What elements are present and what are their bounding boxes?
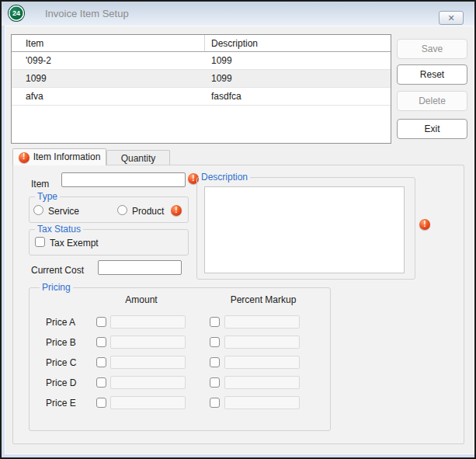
cell-item: 1099 bbox=[12, 70, 205, 87]
cell-item: '099-2 bbox=[12, 52, 205, 69]
amount-column-header: Amount bbox=[125, 294, 157, 305]
cell-description: 1099 bbox=[205, 52, 391, 69]
price-d-amount-input[interactable] bbox=[110, 376, 186, 389]
description-input[interactable] bbox=[204, 186, 405, 273]
percent-markup-column-header: Percent Markup bbox=[231, 294, 297, 305]
tab-quantity-pricing[interactable]: Quantity Pricing bbox=[106, 150, 170, 165]
cell-item: afva bbox=[12, 88, 205, 105]
price-a-amount-input[interactable] bbox=[110, 315, 186, 329]
price-b-amount-checkbox[interactable] bbox=[96, 337, 106, 347]
tab-label: Item Information bbox=[33, 149, 101, 165]
table-header: Item Description bbox=[12, 35, 391, 52]
column-header-description[interactable]: Description bbox=[205, 35, 391, 51]
price-b-amount-input[interactable] bbox=[110, 336, 186, 349]
price-d-label: Price D bbox=[46, 377, 76, 388]
table-row[interactable]: '099-2 1099 bbox=[12, 52, 391, 70]
item-list-table: Item Description '099-2 1099 1099 1099 a… bbox=[11, 34, 391, 144]
item-input[interactable] bbox=[61, 172, 186, 187]
price-a-amount-checkbox[interactable] bbox=[96, 317, 106, 327]
current-cost-label: Current Cost bbox=[31, 265, 84, 276]
cell-description: 1099 bbox=[205, 70, 391, 87]
product-radio-label[interactable]: Product bbox=[132, 206, 164, 217]
tax-status-label: Tax Status bbox=[35, 224, 83, 235]
app-logo-icon: 24 bbox=[9, 5, 24, 21]
window-title: Invoice Item Setup bbox=[45, 8, 129, 19]
delete-button[interactable]: Delete bbox=[397, 91, 467, 111]
price-e-markup-checkbox[interactable] bbox=[210, 398, 220, 408]
column-header-item[interactable]: Item bbox=[12, 35, 205, 51]
table-row[interactable]: afva fasdfca bbox=[12, 88, 391, 106]
exit-button[interactable]: Exit bbox=[397, 119, 467, 139]
description-groupbox bbox=[196, 177, 415, 280]
price-a-markup-input[interactable] bbox=[224, 315, 300, 329]
save-button[interactable]: Save bbox=[397, 39, 467, 59]
price-d-amount-checkbox[interactable] bbox=[96, 377, 106, 388]
item-label: Item bbox=[31, 179, 49, 190]
price-c-markup-input[interactable] bbox=[224, 356, 300, 369]
type-label: Type bbox=[35, 191, 60, 202]
item-information-panel: Item Description Type Service Product Ta… bbox=[12, 165, 464, 444]
error-icon bbox=[19, 152, 30, 163]
price-c-label: Price C bbox=[46, 357, 76, 368]
price-e-amount-input[interactable] bbox=[110, 396, 186, 409]
price-d-markup-input[interactable] bbox=[224, 376, 300, 389]
service-radio[interactable] bbox=[33, 205, 43, 215]
price-b-markup-input[interactable] bbox=[224, 336, 300, 349]
price-a-label: Price A bbox=[46, 317, 75, 328]
tax-exempt-label[interactable]: Tax Exempt bbox=[50, 238, 99, 249]
tab-item-information[interactable]: Item Information bbox=[12, 148, 106, 165]
price-e-amount-checkbox[interactable] bbox=[96, 398, 106, 408]
product-radio[interactable] bbox=[117, 205, 127, 215]
price-c-amount-input[interactable] bbox=[110, 356, 186, 369]
current-cost-input[interactable] bbox=[98, 260, 182, 275]
pricing-label: Pricing bbox=[40, 282, 73, 293]
price-a-markup-checkbox[interactable] bbox=[210, 317, 220, 327]
title-bar: 24 Invoice Item Setup ✕ bbox=[2, 2, 474, 26]
cell-description: fasdfca bbox=[205, 88, 391, 105]
description-label: Description bbox=[199, 172, 250, 183]
price-d-markup-checkbox[interactable] bbox=[210, 377, 220, 388]
error-icon bbox=[171, 205, 182, 216]
close-icon[interactable]: ✕ bbox=[439, 11, 464, 25]
table-row[interactable]: 1099 1099 bbox=[12, 70, 391, 88]
invoice-item-setup-window: 24 Invoice Item Setup ✕ Item Description… bbox=[0, 0, 476, 459]
price-e-label: Price E bbox=[46, 398, 76, 409]
dialog-client-area: Item Description '099-2 1099 1099 1099 a… bbox=[5, 26, 474, 454]
price-b-label: Price B bbox=[46, 337, 76, 348]
service-radio-label[interactable]: Service bbox=[48, 206, 79, 217]
error-icon bbox=[419, 219, 430, 230]
price-c-amount-checkbox[interactable] bbox=[96, 357, 106, 367]
price-b-markup-checkbox[interactable] bbox=[210, 337, 220, 347]
reset-button[interactable]: Reset bbox=[397, 64, 467, 85]
price-e-markup-input[interactable] bbox=[224, 396, 300, 409]
price-c-markup-checkbox[interactable] bbox=[210, 357, 220, 367]
tax-exempt-checkbox[interactable] bbox=[35, 237, 45, 247]
